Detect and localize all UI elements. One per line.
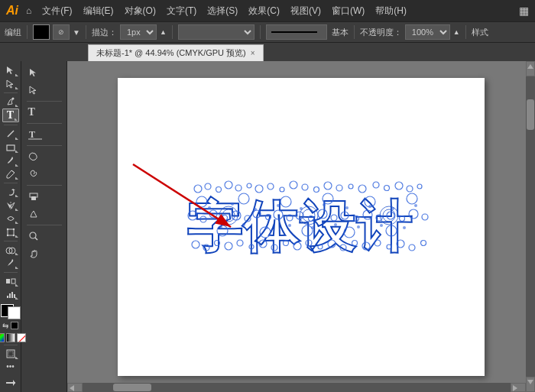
document-tab[interactable]: 未标题-1* @ 44.94% (CMYK/GPU 预览) × [88,44,264,61]
tool-separator-6 [4,345,18,345]
eyedropper-tool[interactable] [2,257,19,270]
sub-hand-tool[interactable] [25,245,63,262]
menu-type[interactable]: 文字(T) [162,3,201,19]
opacity-select[interactable]: 100% [405,24,450,40]
svg-point-31 [205,183,211,190]
sub-type-tool[interactable]: T [25,104,63,121]
svg-point-120 [334,223,337,226]
sub-separator-2 [27,123,62,124]
svg-point-119 [311,226,314,229]
style-label: 样式 [472,27,488,38]
rectangle-tool[interactable] [2,141,19,154]
svg-rect-17 [11,292,13,298]
menu-edit[interactable]: 编辑(E) [79,3,118,19]
menu-help[interactable]: 帮助(H) [371,3,411,19]
opacity-stepper[interactable]: ▲ [453,28,460,36]
column-graph-tool[interactable] [2,288,19,301]
svg-point-27 [30,232,36,238]
menu-view[interactable]: 视图(V) [286,3,326,19]
svg-point-48 [395,182,403,190]
tool-separator-4 [4,241,18,241]
sub-spiral-tool[interactable] [25,166,63,183]
svg-text:T: T [29,129,35,140]
sub-eraser-tool[interactable] [25,188,63,205]
default-colors-icon[interactable] [11,322,18,329]
pencil-tool[interactable] [2,168,19,181]
type-tool[interactable]: T [2,109,19,122]
menu-window[interactable]: 窗口(W) [327,3,369,19]
hscroll-thumb[interactable] [113,384,151,391]
fill-color-swatch[interactable] [33,24,50,40]
scroll-down-btn[interactable] [526,377,535,392]
home-icon[interactable]: ⌂ [26,5,31,16]
swap-colors-icon[interactable]: ⇆ [2,322,8,330]
scrollbar-right[interactable] [526,61,535,392]
gradient-mode-btn[interactable] [6,333,15,342]
rotate-tool[interactable] [2,186,19,199]
direct-selection-tool[interactable] [2,78,19,91]
line-segment-tool[interactable] [2,128,19,141]
stroke-btn[interactable]: ⊘ [53,24,70,40]
svg-point-106 [231,202,234,206]
variable-select[interactable] [178,24,255,40]
svg-point-32 [216,186,222,192]
svg-point-42 [324,182,332,190]
sub-type2-tool[interactable]: T [25,126,63,143]
sub-arrow-tool[interactable] [25,64,63,81]
ai-logo: Ai [6,4,18,18]
color-mode-btn[interactable] [0,333,5,342]
stroke-size-select[interactable]: 1px2px3px [120,24,157,40]
panel-icon[interactable]: ▦ [519,5,529,17]
blend-tool[interactable] [2,274,19,287]
svg-point-46 [373,182,379,188]
menu-file[interactable]: 文件(F) [37,3,76,19]
background-color[interactable] [8,306,21,319]
sub-blob-tool[interactable] [25,148,63,165]
left-toolbar: T [0,61,21,392]
none-mode-btn[interactable] [17,333,26,342]
edit-toolbar-btn[interactable] [2,377,19,390]
free-transform-tool[interactable] [2,225,19,238]
control-toolbar: 编组 ⊘ ▼ 描边： 1px2px3px ▲ 基本 不透明度： 100% ▲ 样… [0,21,535,43]
sub-zoom-tool[interactable] [25,228,63,245]
scroll-left-btn[interactable] [67,383,83,392]
warp-tool[interactable] [2,212,19,225]
menu-object[interactable]: 对象(O) [120,3,160,19]
svg-marker-22 [13,380,15,386]
svg-point-45 [358,185,366,193]
reflect-tool[interactable] [2,199,19,212]
canvas-area[interactable]: 字体设计 [67,61,535,392]
svg-marker-133 [527,380,533,384]
svg-rect-16 [9,293,11,298]
menu-select[interactable]: 选择(S) [203,3,242,19]
svg-point-41 [314,186,319,192]
stroke-dropdown-icon[interactable]: ▼ [73,28,80,37]
scroll-up-btn[interactable] [526,61,535,76]
paintbrush-tool[interactable] [2,154,19,167]
tab-close-btn[interactable]: × [251,49,255,57]
sub-shaper-tool[interactable] [25,206,63,222]
selection-tool[interactable] [2,64,19,77]
menu-effect[interactable]: 效果(C) [244,3,284,19]
opacity-label: 不透明度： [360,27,402,38]
svg-point-33 [225,181,232,189]
svg-point-39 [290,181,297,189]
scroll-thumb[interactable] [527,99,534,130]
svg-rect-2 [7,145,15,151]
scrollbar-bottom[interactable] [67,383,526,392]
svg-point-43 [336,185,342,191]
artboard-tool[interactable] [2,348,19,361]
stroke-stepper-up[interactable]: ▲ [160,28,167,36]
svg-point-50 [417,184,422,189]
pen-tool[interactable] [2,96,19,109]
separator-6 [465,25,466,39]
svg-point-116 [242,223,245,226]
scroll-right-btn[interactable] [511,383,526,392]
shape-builder-tool[interactable] [2,244,19,257]
svg-point-109 [300,207,303,210]
svg-point-122 [380,224,383,227]
more-tools-btn[interactable]: ••• [2,361,19,374]
svg-point-44 [349,184,353,189]
svg-marker-134 [70,385,74,391]
sub-arrow2-tool[interactable] [25,82,63,99]
